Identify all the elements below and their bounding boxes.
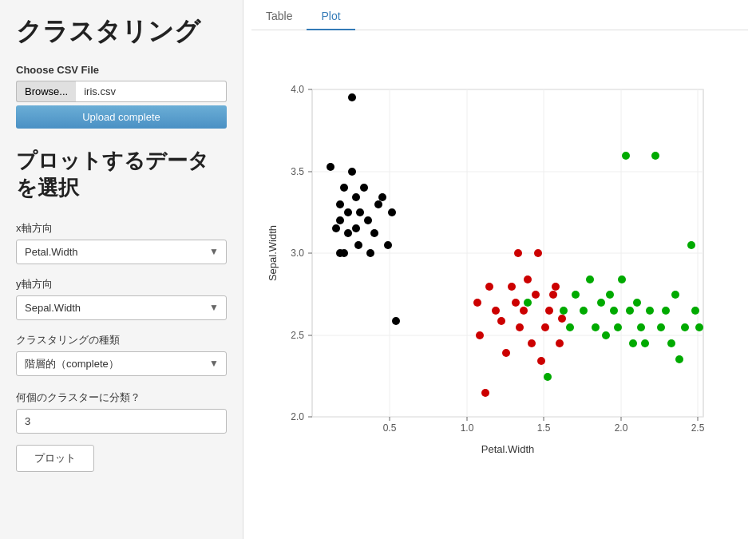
data-point	[610, 307, 618, 315]
scatter-plot: 2.0 2.5 3.0 3.5 4.0	[264, 73, 727, 489]
data-point	[629, 339, 637, 347]
y-axis-select[interactable]: Sepal.Width	[16, 295, 227, 320]
svg-text:0.5: 0.5	[383, 422, 397, 434]
data-point	[336, 200, 344, 208]
data-point	[508, 283, 516, 291]
data-point	[572, 291, 580, 299]
chart-container: 2.0 2.5 3.0 3.5 4.0	[251, 30, 748, 531]
data-point	[671, 291, 679, 299]
data-point	[516, 323, 524, 331]
svg-text:3.5: 3.5	[291, 166, 304, 177]
x-axis-select[interactable]: Petal.Width	[16, 240, 227, 264]
data-point	[360, 184, 368, 192]
cluster-type-select-wrapper: 階層的（complete） ▼	[16, 351, 227, 376]
data-point	[364, 216, 372, 224]
data-point	[485, 283, 493, 291]
data-point	[384, 241, 392, 249]
data-point	[374, 200, 382, 208]
data-point	[667, 339, 675, 347]
data-point	[681, 323, 689, 331]
data-point	[524, 299, 532, 307]
data-point	[641, 339, 649, 347]
data-point	[633, 299, 641, 307]
upload-complete-button[interactable]: Upload complete	[16, 105, 227, 129]
data-point	[687, 241, 695, 249]
data-point	[580, 307, 588, 315]
tabs: Table Plot	[251, 0, 748, 30]
file-input-row: Browse... iris.csv	[16, 81, 227, 102]
x-axis-select-wrapper: Petal.Width ▼	[16, 240, 227, 264]
data-point	[524, 275, 532, 283]
data-point	[344, 229, 352, 237]
data-point	[675, 355, 683, 363]
svg-text:Petal.Width: Petal.Width	[481, 443, 534, 455]
tab-plot[interactable]: Plot	[307, 3, 354, 30]
file-section-label: Choose CSV File	[16, 64, 227, 76]
data-point	[473, 299, 481, 307]
tab-table[interactable]: Table	[251, 3, 307, 30]
svg-text:1.5: 1.5	[537, 422, 551, 434]
chart-wrap: 2.0 2.5 3.0 3.5 4.0	[264, 73, 727, 489]
data-point	[651, 152, 659, 160]
data-point	[354, 241, 362, 249]
data-point	[544, 373, 552, 381]
data-point	[378, 193, 386, 201]
data-point	[476, 331, 484, 339]
data-point	[336, 216, 344, 224]
data-point	[592, 323, 600, 331]
data-point	[614, 323, 622, 331]
app-title: クラスタリング	[16, 16, 227, 46]
data-point	[534, 249, 542, 257]
x-axis-label: x軸方向	[16, 221, 227, 236]
data-point	[370, 229, 378, 237]
svg-text:2.0: 2.0	[615, 422, 628, 434]
plot-button[interactable]: プロット	[16, 445, 94, 472]
data-point	[566, 323, 574, 331]
data-point	[541, 323, 549, 331]
svg-text:2.0: 2.0	[291, 411, 304, 422]
data-point	[520, 307, 528, 315]
data-point	[512, 299, 520, 307]
svg-text:2.5: 2.5	[691, 422, 705, 434]
data-point	[556, 339, 564, 347]
data-point	[606, 291, 614, 299]
data-point	[545, 307, 553, 315]
svg-text:4.0: 4.0	[291, 84, 304, 95]
data-point	[691, 307, 699, 315]
data-point	[388, 208, 396, 216]
cluster-count-label: 何個のクラスターに分類？	[16, 390, 227, 405]
data-point	[626, 307, 634, 315]
data-point	[497, 317, 505, 325]
svg-text:2.5: 2.5	[291, 330, 304, 341]
data-point	[602, 331, 610, 339]
data-point	[637, 323, 645, 331]
cluster-type-label: クラスタリングの種類	[16, 333, 227, 347]
data-point	[537, 357, 545, 365]
data-point	[502, 349, 510, 357]
data-point	[560, 307, 568, 315]
browse-button[interactable]: Browse...	[16, 81, 76, 102]
data-point	[514, 249, 522, 257]
data-point	[657, 323, 665, 331]
file-name-display: iris.csv	[76, 81, 227, 102]
data-point	[549, 291, 557, 299]
data-point	[327, 163, 334, 171]
data-point	[352, 224, 360, 232]
data-point	[340, 184, 348, 192]
cluster-type-select[interactable]: 階層的（complete）	[16, 351, 227, 376]
data-point	[528, 339, 536, 347]
sidebar: クラスタリング Choose CSV File Browse... iris.c…	[0, 0, 243, 539]
data-point	[392, 317, 400, 325]
data-point	[618, 275, 626, 283]
data-point	[622, 152, 630, 160]
svg-text:Sepal.Width: Sepal.Width	[267, 224, 279, 280]
data-point	[348, 93, 356, 101]
data-point	[348, 168, 356, 176]
cluster-count-input[interactable]	[16, 409, 227, 434]
data-point	[662, 307, 670, 315]
data-point	[352, 193, 360, 201]
data-point	[646, 307, 654, 315]
y-axis-label: y軸方向	[16, 277, 227, 291]
main-content: Table Plot 2.0 2.5 3.0 3.5	[243, 0, 756, 539]
data-point	[356, 208, 364, 216]
